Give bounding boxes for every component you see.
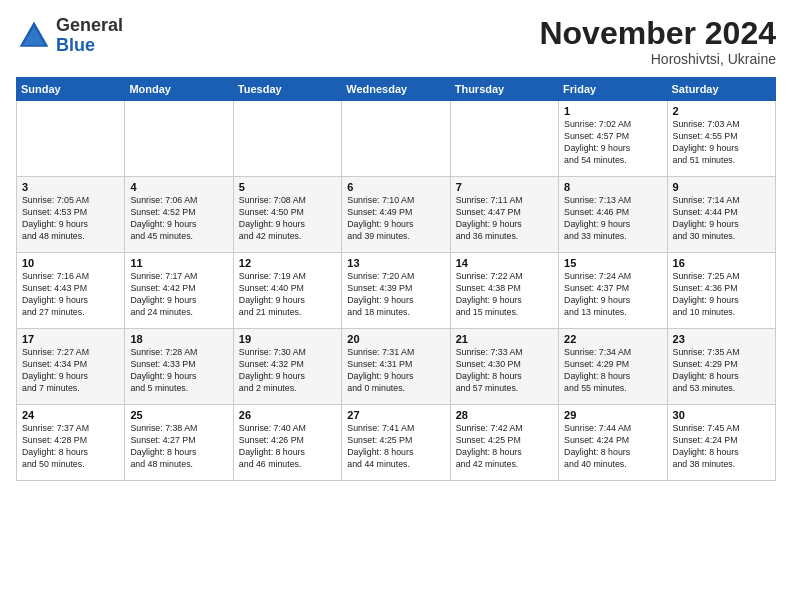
day-info: Sunrise: 7:45 AM Sunset: 4:24 PM Dayligh… [673, 423, 770, 471]
table-row: 2Sunrise: 7:03 AM Sunset: 4:55 PM Daylig… [667, 101, 775, 177]
table-row: 18Sunrise: 7:28 AM Sunset: 4:33 PM Dayli… [125, 329, 233, 405]
calendar-table: Sunday Monday Tuesday Wednesday Thursday… [16, 77, 776, 481]
title-block: November 2024 Horoshivtsi, Ukraine [539, 16, 776, 67]
day-number: 23 [673, 333, 770, 345]
calendar-week-2: 3Sunrise: 7:05 AM Sunset: 4:53 PM Daylig… [17, 177, 776, 253]
day-info: Sunrise: 7:16 AM Sunset: 4:43 PM Dayligh… [22, 271, 119, 319]
day-number: 8 [564, 181, 661, 193]
col-sunday: Sunday [17, 78, 125, 101]
table-row [233, 101, 341, 177]
day-info: Sunrise: 7:40 AM Sunset: 4:26 PM Dayligh… [239, 423, 336, 471]
day-info: Sunrise: 7:30 AM Sunset: 4:32 PM Dayligh… [239, 347, 336, 395]
table-row: 27Sunrise: 7:41 AM Sunset: 4:25 PM Dayli… [342, 405, 450, 481]
day-info: Sunrise: 7:22 AM Sunset: 4:38 PM Dayligh… [456, 271, 553, 319]
table-row: 30Sunrise: 7:45 AM Sunset: 4:24 PM Dayli… [667, 405, 775, 481]
day-info: Sunrise: 7:44 AM Sunset: 4:24 PM Dayligh… [564, 423, 661, 471]
table-row: 6Sunrise: 7:10 AM Sunset: 4:49 PM Daylig… [342, 177, 450, 253]
day-info: Sunrise: 7:41 AM Sunset: 4:25 PM Dayligh… [347, 423, 444, 471]
calendar-week-1: 1Sunrise: 7:02 AM Sunset: 4:57 PM Daylig… [17, 101, 776, 177]
day-number: 13 [347, 257, 444, 269]
day-number: 5 [239, 181, 336, 193]
day-number: 12 [239, 257, 336, 269]
table-row [450, 101, 558, 177]
table-row [17, 101, 125, 177]
table-row [125, 101, 233, 177]
day-info: Sunrise: 7:37 AM Sunset: 4:28 PM Dayligh… [22, 423, 119, 471]
logo-blue-text: Blue [56, 35, 95, 55]
table-row: 11Sunrise: 7:17 AM Sunset: 4:42 PM Dayli… [125, 253, 233, 329]
logo-icon [16, 18, 52, 54]
day-info: Sunrise: 7:08 AM Sunset: 4:50 PM Dayligh… [239, 195, 336, 243]
table-row: 7Sunrise: 7:11 AM Sunset: 4:47 PM Daylig… [450, 177, 558, 253]
day-info: Sunrise: 7:35 AM Sunset: 4:29 PM Dayligh… [673, 347, 770, 395]
table-row: 21Sunrise: 7:33 AM Sunset: 4:30 PM Dayli… [450, 329, 558, 405]
day-info: Sunrise: 7:42 AM Sunset: 4:25 PM Dayligh… [456, 423, 553, 471]
calendar-week-3: 10Sunrise: 7:16 AM Sunset: 4:43 PM Dayli… [17, 253, 776, 329]
calendar-week-4: 17Sunrise: 7:27 AM Sunset: 4:34 PM Dayli… [17, 329, 776, 405]
day-number: 30 [673, 409, 770, 421]
day-info: Sunrise: 7:19 AM Sunset: 4:40 PM Dayligh… [239, 271, 336, 319]
day-number: 11 [130, 257, 227, 269]
day-info: Sunrise: 7:27 AM Sunset: 4:34 PM Dayligh… [22, 347, 119, 395]
table-row: 3Sunrise: 7:05 AM Sunset: 4:53 PM Daylig… [17, 177, 125, 253]
day-number: 25 [130, 409, 227, 421]
day-number: 22 [564, 333, 661, 345]
day-number: 18 [130, 333, 227, 345]
table-row: 1Sunrise: 7:02 AM Sunset: 4:57 PM Daylig… [559, 101, 667, 177]
day-info: Sunrise: 7:38 AM Sunset: 4:27 PM Dayligh… [130, 423, 227, 471]
table-row: 20Sunrise: 7:31 AM Sunset: 4:31 PM Dayli… [342, 329, 450, 405]
table-row: 12Sunrise: 7:19 AM Sunset: 4:40 PM Dayli… [233, 253, 341, 329]
table-row: 23Sunrise: 7:35 AM Sunset: 4:29 PM Dayli… [667, 329, 775, 405]
table-row: 17Sunrise: 7:27 AM Sunset: 4:34 PM Dayli… [17, 329, 125, 405]
table-row: 14Sunrise: 7:22 AM Sunset: 4:38 PM Dayli… [450, 253, 558, 329]
day-info: Sunrise: 7:34 AM Sunset: 4:29 PM Dayligh… [564, 347, 661, 395]
day-number: 28 [456, 409, 553, 421]
day-number: 24 [22, 409, 119, 421]
table-row: 28Sunrise: 7:42 AM Sunset: 4:25 PM Dayli… [450, 405, 558, 481]
table-row: 13Sunrise: 7:20 AM Sunset: 4:39 PM Dayli… [342, 253, 450, 329]
day-info: Sunrise: 7:05 AM Sunset: 4:53 PM Dayligh… [22, 195, 119, 243]
day-number: 3 [22, 181, 119, 193]
calendar-header-row: Sunday Monday Tuesday Wednesday Thursday… [17, 78, 776, 101]
day-number: 19 [239, 333, 336, 345]
day-number: 4 [130, 181, 227, 193]
table-row: 10Sunrise: 7:16 AM Sunset: 4:43 PM Dayli… [17, 253, 125, 329]
col-friday: Friday [559, 78, 667, 101]
day-info: Sunrise: 7:31 AM Sunset: 4:31 PM Dayligh… [347, 347, 444, 395]
table-row: 9Sunrise: 7:14 AM Sunset: 4:44 PM Daylig… [667, 177, 775, 253]
col-saturday: Saturday [667, 78, 775, 101]
month-title: November 2024 [539, 16, 776, 51]
day-number: 21 [456, 333, 553, 345]
day-info: Sunrise: 7:28 AM Sunset: 4:33 PM Dayligh… [130, 347, 227, 395]
day-info: Sunrise: 7:17 AM Sunset: 4:42 PM Dayligh… [130, 271, 227, 319]
day-info: Sunrise: 7:14 AM Sunset: 4:44 PM Dayligh… [673, 195, 770, 243]
table-row: 5Sunrise: 7:08 AM Sunset: 4:50 PM Daylig… [233, 177, 341, 253]
logo: General Blue [16, 16, 123, 56]
day-number: 15 [564, 257, 661, 269]
day-number: 9 [673, 181, 770, 193]
day-info: Sunrise: 7:24 AM Sunset: 4:37 PM Dayligh… [564, 271, 661, 319]
day-info: Sunrise: 7:03 AM Sunset: 4:55 PM Dayligh… [673, 119, 770, 167]
day-info: Sunrise: 7:10 AM Sunset: 4:49 PM Dayligh… [347, 195, 444, 243]
day-number: 6 [347, 181, 444, 193]
col-tuesday: Tuesday [233, 78, 341, 101]
col-thursday: Thursday [450, 78, 558, 101]
table-row: 8Sunrise: 7:13 AM Sunset: 4:46 PM Daylig… [559, 177, 667, 253]
col-monday: Monday [125, 78, 233, 101]
table-row: 16Sunrise: 7:25 AM Sunset: 4:36 PM Dayli… [667, 253, 775, 329]
page: General Blue November 2024 Horoshivtsi, … [0, 0, 792, 612]
day-info: Sunrise: 7:06 AM Sunset: 4:52 PM Dayligh… [130, 195, 227, 243]
table-row: 29Sunrise: 7:44 AM Sunset: 4:24 PM Dayli… [559, 405, 667, 481]
col-wednesday: Wednesday [342, 78, 450, 101]
day-info: Sunrise: 7:13 AM Sunset: 4:46 PM Dayligh… [564, 195, 661, 243]
day-number: 26 [239, 409, 336, 421]
header: General Blue November 2024 Horoshivtsi, … [16, 16, 776, 67]
day-number: 27 [347, 409, 444, 421]
day-number: 2 [673, 105, 770, 117]
day-number: 7 [456, 181, 553, 193]
day-number: 29 [564, 409, 661, 421]
table-row: 19Sunrise: 7:30 AM Sunset: 4:32 PM Dayli… [233, 329, 341, 405]
day-info: Sunrise: 7:02 AM Sunset: 4:57 PM Dayligh… [564, 119, 661, 167]
day-number: 1 [564, 105, 661, 117]
table-row [342, 101, 450, 177]
